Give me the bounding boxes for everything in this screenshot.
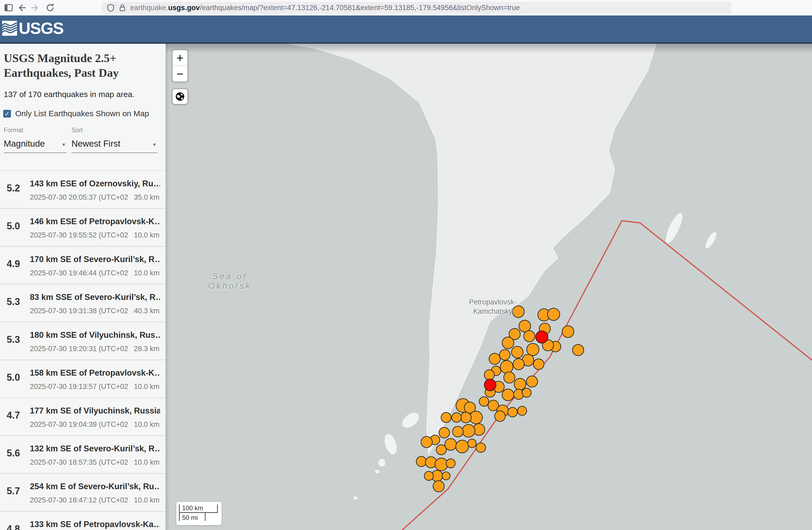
checkbox-label[interactable]: Only List Earthquakes Shown on Map bbox=[15, 109, 149, 118]
forward-icon[interactable] bbox=[30, 0, 42, 15]
earthquake-depth: 10.0 km bbox=[134, 269, 159, 277]
sort-select[interactable]: Newest First ▾ bbox=[71, 138, 157, 153]
earthquake-marker[interactable] bbox=[499, 350, 510, 360]
back-icon[interactable] bbox=[15, 0, 27, 15]
magnitude-value: 5.6 bbox=[0, 447, 27, 459]
magnitude-value: 4.8 bbox=[0, 523, 27, 530]
globe-view-button[interactable] bbox=[172, 89, 188, 104]
earthquake-title: 170 km SE of Severo-Kuril’sk, R… bbox=[30, 255, 160, 264]
earthquake-marker[interactable] bbox=[489, 353, 500, 365]
earthquake-title: 132 km SE of Severo-Kuril’sk, R… bbox=[30, 444, 160, 454]
earthquake-marker[interactable] bbox=[441, 412, 451, 423]
usgs-header: USGS bbox=[0, 15, 812, 44]
island bbox=[663, 211, 685, 245]
magnitude-value: 5.0 bbox=[0, 220, 27, 232]
zoom-out-button[interactable]: − bbox=[173, 66, 187, 82]
earthquake-marker[interactable] bbox=[435, 458, 448, 471]
earthquake-marker[interactable] bbox=[513, 358, 524, 370]
earthquake-marker-red[interactable] bbox=[536, 331, 548, 343]
magnitude-value: 5.7 bbox=[0, 485, 27, 497]
earthquake-list-item[interactable]: 5.2 143 km ESE of Ozernovskiy, Ru… 2025-… bbox=[0, 171, 165, 209]
earthquake-title: 83 km SSE of Severo-Kuril’sk, R… bbox=[30, 293, 160, 302]
earthquake-marker[interactable] bbox=[484, 370, 494, 380]
earthquake-marker[interactable] bbox=[461, 412, 471, 423]
map-canvas[interactable]: Sea of Okhotsk Petropavlovsk- Kamchatsky… bbox=[166, 44, 812, 530]
magnitude-value: 4.9 bbox=[0, 258, 27, 269]
island bbox=[704, 231, 719, 250]
earthquake-marker[interactable] bbox=[462, 424, 475, 437]
earthquake-marker[interactable] bbox=[500, 360, 513, 373]
magnitude-value: 4.7 bbox=[0, 410, 27, 421]
earthquake-marker[interactable] bbox=[518, 406, 527, 415]
earthquake-marker[interactable] bbox=[526, 376, 538, 387]
checkbox-checked-icon[interactable]: ✓ bbox=[3, 110, 11, 118]
earthquake-marker[interactable] bbox=[416, 456, 426, 467]
earthquake-list-item[interactable]: 4.9 170 km SE of Severo-Kuril’sk, R… 202… bbox=[0, 247, 165, 284]
earthquake-list-item[interactable]: 5.0 158 km ESE of Petropavlovsk-K… 2025-… bbox=[0, 360, 165, 398]
map-scale: 100 km 50 mi bbox=[176, 502, 222, 525]
magnitude-value: 5.3 bbox=[0, 334, 27, 345]
earthquake-marker[interactable] bbox=[439, 427, 450, 438]
earthquake-marker[interactable] bbox=[502, 389, 514, 401]
earthquake-marker[interactable] bbox=[502, 337, 514, 349]
zoom-in-button[interactable]: + bbox=[173, 50, 187, 66]
earthquake-marker[interactable] bbox=[511, 346, 523, 358]
earthquake-marker[interactable] bbox=[424, 471, 433, 481]
earthquake-list-item[interactable]: 5.3 83 km SSE of Severo-Kuril’sk, R… 202… bbox=[0, 284, 165, 322]
kamchatka-landmass bbox=[288, 44, 656, 455]
usgs-logo[interactable]: USGS bbox=[2, 21, 63, 36]
earthquake-list-item[interactable]: 4.7 177 km SE of Vilyuchinsk, Russia 202… bbox=[0, 398, 165, 436]
earthquake-marker[interactable] bbox=[421, 437, 432, 447]
earthquake-time: 2025-07-30 19:13:57 (UTC+02:0… bbox=[30, 383, 129, 391]
earthquake-marker[interactable] bbox=[452, 426, 463, 437]
earthquake-marker[interactable] bbox=[527, 343, 539, 356]
earthquake-marker[interactable] bbox=[452, 413, 461, 422]
earthquake-marker[interactable] bbox=[495, 411, 505, 422]
earthquake-depth: 40.3 km bbox=[134, 307, 159, 315]
zoom-control: + − bbox=[172, 49, 188, 82]
earthquake-marker[interactable] bbox=[508, 407, 517, 417]
reload-icon[interactable] bbox=[44, 0, 56, 15]
earthquake-marker[interactable] bbox=[562, 326, 574, 338]
sidebar-toggle-icon[interactable] bbox=[3, 0, 14, 15]
shield-icon[interactable] bbox=[107, 4, 115, 12]
earthquake-marker[interactable] bbox=[436, 445, 446, 455]
sidebar: USGS Magnitude 2.5+ Earthquakes, Past Da… bbox=[0, 44, 166, 530]
earthquake-marker[interactable] bbox=[572, 344, 584, 356]
earthquake-title: 180 km SSE of Vilyuchinsk, Rus… bbox=[30, 330, 160, 340]
earthquake-depth: 35.0 km bbox=[134, 193, 159, 202]
scale-mi: 50 mi bbox=[179, 513, 206, 521]
earthquake-marker[interactable] bbox=[524, 330, 535, 342]
earthquake-list-item[interactable]: 5.3 180 km SSE of Vilyuchinsk, Rus… 2025… bbox=[0, 322, 165, 360]
earthquake-marker[interactable] bbox=[504, 372, 515, 383]
sort-select-group: Sort Newest First ▾ bbox=[71, 118, 157, 153]
earthquake-list-item[interactable]: 5.6 132 km SE of Severo-Kuril’sk, R… 202… bbox=[0, 436, 165, 474]
app-window: earthquake.usgs.gov/earthquakes/map/?ext… bbox=[0, 0, 812, 530]
earthquake-list-item[interactable]: 5.0 146 km ESE of Petropavlovsk-K… 2025-… bbox=[0, 209, 165, 247]
earthquake-marker[interactable] bbox=[468, 439, 476, 447]
earthquake-marker[interactable] bbox=[456, 440, 468, 453]
earthquake-list-item[interactable]: 5.7 254 km E of Severo-Kuril’sk, Ru… 202… bbox=[0, 474, 165, 512]
earthquake-depth: 10.0 km bbox=[134, 421, 159, 429]
earthquake-marker[interactable] bbox=[548, 308, 560, 321]
only-shown-checkbox-row[interactable]: ✓ Only List Earthquakes Shown on Map bbox=[3, 109, 162, 118]
earthquake-marker[interactable] bbox=[514, 378, 526, 390]
earthquake-marker[interactable] bbox=[476, 443, 485, 453]
format-select[interactable]: Magnitude ▾ bbox=[4, 138, 67, 153]
earthquake-marker[interactable] bbox=[433, 481, 444, 492]
earthquake-marker-red[interactable] bbox=[484, 379, 496, 391]
earthquake-marker[interactable] bbox=[522, 388, 531, 397]
earthquake-marker[interactable] bbox=[442, 472, 450, 480]
earthquake-marker[interactable] bbox=[479, 397, 489, 406]
earthquake-marker[interactable] bbox=[519, 320, 531, 332]
url-bar[interactable]: earthquake.usgs.gov/earthquakes/map/?ext… bbox=[102, 2, 731, 14]
earthquake-marker[interactable] bbox=[533, 359, 544, 369]
earthquake-marker[interactable] bbox=[446, 459, 455, 468]
format-label: Format bbox=[4, 127, 67, 134]
earthquake-list-item[interactable]: 4.8 133 km SE of Petropavlovsk-Ka… 2025-… bbox=[0, 512, 165, 530]
magnitude-value: 5.0 bbox=[0, 372, 27, 383]
page-title: USGS Magnitude 2.5+ Earthquakes, Past Da… bbox=[4, 51, 153, 80]
petropavlovsk-kamchatsky-label: Petropavlovsk- Kamchatsky bbox=[453, 297, 533, 316]
earthquake-depth: 10.0 km bbox=[134, 383, 159, 391]
earthquake-depth: 10.0 km bbox=[134, 496, 159, 504]
